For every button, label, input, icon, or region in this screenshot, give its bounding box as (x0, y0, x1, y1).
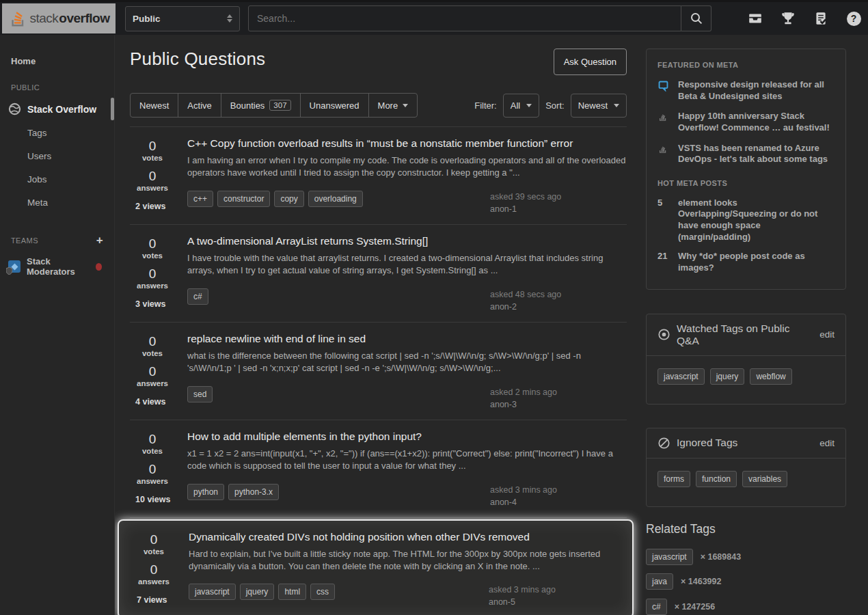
tag[interactable]: copy (274, 191, 303, 207)
sidebar-item-tags[interactable]: Tags (0, 121, 114, 144)
sidebar-item-stack-overflow[interactable]: Stack Overflow (0, 97, 114, 121)
question-tags: c++ constructor copy overloading (187, 191, 363, 207)
search-icon (690, 12, 703, 25)
featured-meta-item[interactable]: VSTS has been renamed to Azure DevOps - … (657, 143, 835, 165)
question-tags: python python-3.x (187, 484, 279, 500)
main-content: Public Questions Ask Question Newest Act… (130, 49, 627, 615)
asker-link[interactable]: anon-1 (490, 203, 627, 216)
view-count: 10 views (130, 495, 175, 504)
edit-ignored-tags-link[interactable]: edit (819, 438, 835, 448)
hot-post-link: element looks Overlapping/Squeezing or d… (678, 197, 835, 243)
help-icon[interactable]: ? (845, 10, 862, 27)
search-input[interactable] (248, 5, 681, 31)
related-tag-row: c# × 1247256 (646, 599, 846, 615)
tab-more[interactable]: More (369, 94, 418, 117)
sidebar-item-label: Stack Overflow (27, 104, 96, 115)
featured-meta-item[interactable]: Happy 10th anniversary Stack Overflow! C… (657, 111, 835, 133)
top-bar: stack overflow Public (0, 0, 868, 35)
tag[interactable]: html (278, 584, 306, 600)
sidebar-item-meta[interactable]: Meta (0, 191, 114, 214)
question-title-link[interactable]: How to add multiple elements in the pyth… (187, 430, 627, 443)
tag[interactable]: css (310, 584, 335, 600)
tag[interactable]: sed (187, 386, 213, 402)
asked-time: asked 3 mins ago (490, 484, 627, 497)
view-count: 3 views (130, 299, 175, 309)
question-title-link[interactable]: C++ Copy function overload results in “m… (187, 137, 627, 150)
ask-question-button[interactable]: Ask Question (554, 49, 627, 75)
topbar-icon-group: ? (747, 10, 868, 27)
asker-link[interactable]: anon-5 (489, 596, 625, 609)
related-tags-title: Related Tags (646, 522, 846, 536)
featured-meta-link: VSTS has been renamed to Azure DevOps - … (678, 143, 835, 165)
edit-watched-tags-link[interactable]: edit (819, 329, 835, 340)
question-row-highlighted[interactable]: 0 votes 0 answers 7 views Dynamically cr… (118, 519, 634, 615)
tab-active[interactable]: Active (178, 94, 221, 117)
stackoverflow-logo[interactable]: stack overflow (2, 3, 116, 33)
tag[interactable]: webflow (750, 368, 791, 385)
asker-link[interactable]: anon-4 (490, 496, 627, 509)
tag[interactable]: forms (657, 471, 690, 487)
tag[interactable]: jquery (240, 584, 275, 600)
hot-post-score: 21 (657, 251, 669, 273)
sidebar-item-users[interactable]: Users (0, 144, 114, 167)
tag[interactable]: c++ (187, 191, 213, 207)
featured-meta-item[interactable]: Responsive design released for all Beta … (657, 79, 835, 102)
filter-select[interactable]: All (503, 94, 539, 118)
tag[interactable]: function (696, 471, 737, 487)
answer-count: 0 (131, 563, 176, 577)
hot-meta-item[interactable]: 5 element looks Overlapping/Squeezing or… (657, 197, 835, 243)
asker-link[interactable]: anon-3 (490, 398, 627, 411)
hot-post-score: 5 (657, 197, 669, 243)
chevron-down-icon (403, 104, 408, 107)
question-title-link[interactable]: Dynamically created DIVs not holding pos… (189, 531, 625, 543)
search-bar (248, 5, 711, 31)
question-meta: asked 48 secs ago anon-2 (490, 288, 627, 314)
tag[interactable]: java (646, 573, 673, 590)
achievements-trophy-icon[interactable] (780, 10, 796, 27)
bounties-count-badge: 307 (269, 100, 290, 111)
tag[interactable]: python (187, 484, 224, 500)
hot-meta-item[interactable]: 21 Why *do* people post code as images? (657, 251, 835, 273)
featured-meta-link: Responsive design released for all Beta … (678, 79, 835, 102)
review-checklist-icon[interactable] (813, 10, 829, 27)
question-title-link[interactable]: A two-dimensional ArrayList returns Syst… (187, 235, 627, 247)
sort-select[interactable]: Newest (571, 94, 627, 118)
asked-time: asked 39 secs ago (490, 191, 627, 204)
featured-meta-card: FEATURED ON META Responsive design relea… (646, 49, 846, 290)
tab-bounties[interactable]: Bounties 307 (221, 94, 301, 117)
tag[interactable]: c# (646, 599, 667, 615)
right-sidebar: FEATURED ON META Responsive design relea… (646, 49, 846, 615)
tab-newest[interactable]: Newest (131, 94, 178, 117)
related-tag-row: javascript × 1689843 (646, 549, 846, 565)
asker-link[interactable]: anon-2 (490, 301, 627, 314)
stackoverflow-logo-icon (8, 8, 27, 29)
tag[interactable]: c# (187, 288, 208, 305)
question-row: 0 votes 0 answers 10 views How to add mu… (130, 420, 627, 518)
question-tags: javascript jquery html css (189, 584, 335, 600)
view-count: 2 views (130, 202, 175, 211)
tag[interactable]: overloading (308, 191, 363, 207)
scope-select[interactable]: Public (125, 6, 240, 31)
view-count: 7 views (131, 595, 176, 605)
tag[interactable]: javascript (646, 549, 693, 565)
sidebar-item-stack-moderators[interactable]: Stack Moderators (0, 251, 114, 282)
add-team-button[interactable]: + (96, 234, 103, 246)
tag[interactable]: javascript (657, 368, 705, 385)
question-title-link[interactable]: replace newline with end of line in sed (187, 333, 627, 345)
inbox-icon[interactable] (747, 10, 763, 27)
question-excerpt: what is the difference between the follo… (187, 350, 627, 374)
tag[interactable]: python-3.x (228, 484, 279, 500)
search-button[interactable] (681, 5, 711, 31)
team-avatar-icon (8, 260, 21, 273)
tag[interactable]: javascript (189, 584, 236, 600)
question-meta: asked 39 secs ago anon-1 (490, 191, 627, 217)
mini-stack-icon (657, 111, 669, 133)
tag[interactable]: variables (742, 471, 787, 487)
tag[interactable]: constructor (217, 191, 270, 207)
tag-count: × 1463992 (681, 577, 721, 586)
tab-unanswered[interactable]: Unanswered (301, 94, 369, 117)
sidebar-item-home[interactable]: Home (0, 51, 114, 71)
tag[interactable]: jquery (710, 368, 745, 385)
sidebar-item-jobs[interactable]: Jobs (0, 167, 114, 191)
sidebar-scrollbar-thumb[interactable] (111, 98, 114, 120)
